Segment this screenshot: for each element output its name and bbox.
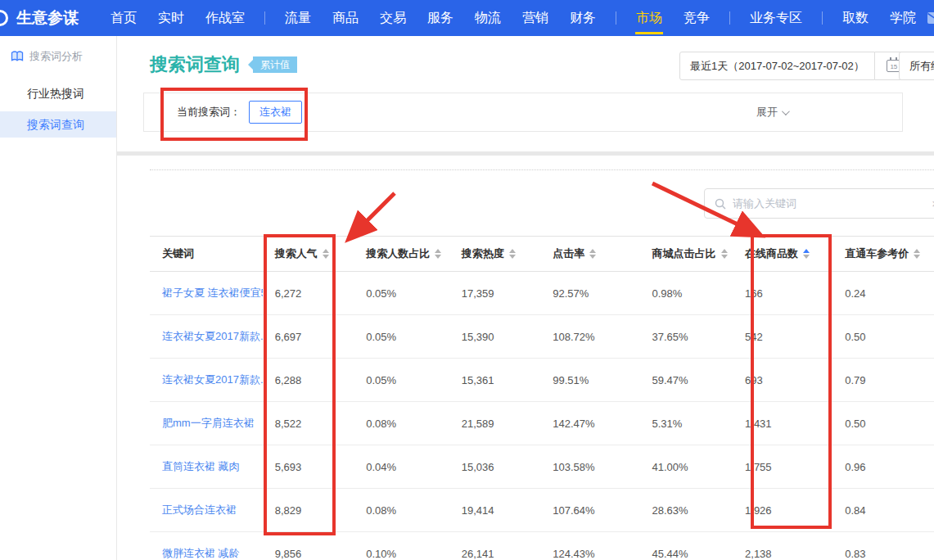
sort-icon[interactable] bbox=[721, 249, 728, 259]
cell-click-rate: 103.58% bbox=[540, 461, 639, 473]
nav-item-traffic[interactable]: 流量 bbox=[274, 0, 322, 36]
sort-icon-active-asc[interactable] bbox=[803, 249, 810, 259]
terminal-filter-dropdown[interactable]: 所有终端 bbox=[899, 52, 934, 80]
cell-search-popularity: 9,856 bbox=[263, 548, 354, 560]
sidebar: 搜索词分析 行业热搜词 搜索词查询 bbox=[0, 36, 117, 560]
page-header-section: 搜索词查询 累计值 最近1天（2017-07-02~2017-07-02） 15… bbox=[117, 36, 934, 151]
cell-online-products: 2,138 bbox=[733, 548, 832, 560]
main-area: 搜索词查询 累计值 最近1天（2017-07-02~2017-07-02） 15… bbox=[117, 36, 934, 560]
column-header-click-rate[interactable]: 点击率 bbox=[540, 246, 639, 261]
current-search-word-label: 当前搜索词： bbox=[177, 105, 241, 120]
page-title: 搜索词查询 bbox=[150, 52, 240, 77]
cumulative-value-badge: 累计值 bbox=[253, 56, 297, 73]
nav-item-marketing[interactable]: 营销 bbox=[512, 0, 559, 36]
filter-panel: 当前搜索词： 连衣裙 展开 bbox=[143, 93, 903, 132]
nav-item-trade[interactable]: 交易 bbox=[369, 0, 417, 36]
cell-search-popularity: 6,272 bbox=[263, 287, 354, 300]
keyword-link[interactable]: 连衣裙女夏2017新款... bbox=[150, 329, 263, 344]
nav-item-service[interactable]: 服务 bbox=[417, 0, 464, 36]
keyword-link[interactable]: 连衣裙女夏2017新款... bbox=[150, 373, 263, 387]
chevron-down-icon bbox=[782, 107, 790, 115]
sort-icon[interactable] bbox=[509, 249, 516, 259]
column-header-search-heat[interactable]: 搜索热度 bbox=[449, 246, 541, 261]
nav-item-finance[interactable]: 财务 bbox=[559, 0, 607, 36]
sidebar-item-industry-hot-words[interactable]: 行业热搜词 bbox=[0, 80, 116, 106]
cell-ztc-price: 0.79 bbox=[832, 374, 934, 386]
column-header-keyword: 关键词 bbox=[150, 246, 263, 261]
search-input[interactable] bbox=[733, 197, 925, 210]
nav-item-data-fetch[interactable]: 取数 bbox=[832, 0, 879, 36]
content-card: × 关键词 搜索人气 搜索人数占比 搜索热度 bbox=[117, 156, 934, 560]
cell-searcher-ratio: 0.05% bbox=[354, 374, 449, 386]
table-header-row: 关键词 搜索人气 搜索人数占比 搜索热度 点击率 bbox=[150, 236, 934, 272]
cell-search-heat: 21,589 bbox=[449, 418, 541, 430]
nav-item-logistics[interactable]: 物流 bbox=[464, 0, 512, 36]
keyword-link[interactable]: 肥mm一字肩连衣裙 bbox=[150, 416, 263, 431]
sort-icon[interactable] bbox=[914, 249, 920, 259]
cell-search-heat: 15,361 bbox=[449, 374, 541, 386]
cell-search-popularity: 8,522 bbox=[263, 418, 354, 430]
cell-mall-click-ratio: 59.47% bbox=[640, 374, 733, 386]
column-header-search-popularity[interactable]: 搜索人气 bbox=[263, 246, 354, 261]
cell-ztc-price: 0.50 bbox=[832, 331, 934, 343]
keyword-link[interactable]: 裙子女夏 连衣裙便宜5... bbox=[150, 286, 263, 300]
nav-item-market-active[interactable]: 市场 bbox=[625, 0, 673, 36]
sidebar-section-header: 搜索词分析 bbox=[0, 36, 116, 64]
cell-online-products: 1,431 bbox=[733, 418, 832, 430]
date-range-selector[interactable]: 最近1天（2017-07-02~2017-07-02） bbox=[679, 52, 875, 80]
column-header-online-products[interactable]: 在线商品数 bbox=[733, 246, 832, 261]
sort-icon[interactable] bbox=[589, 249, 596, 259]
nav-item-competition[interactable]: 竞争 bbox=[673, 0, 720, 36]
cell-ztc-price: 0.50 bbox=[832, 418, 934, 430]
sidebar-item-search-word-query[interactable]: 搜索词查询 bbox=[0, 111, 116, 138]
table-row: 直筒连衣裙 藏肉 5,693 0.04% 15,036 103.58% 41.0… bbox=[150, 445, 934, 489]
cell-search-heat: 17,359 bbox=[449, 287, 541, 300]
nav-divider bbox=[264, 11, 265, 25]
cell-mall-click-ratio: 45.44% bbox=[640, 548, 733, 560]
cell-searcher-ratio: 0.08% bbox=[354, 504, 449, 517]
column-header-mall-click-ratio[interactable]: 商城点击占比 bbox=[640, 246, 733, 261]
cell-searcher-ratio: 0.04% bbox=[354, 461, 449, 473]
sort-icon[interactable] bbox=[323, 249, 329, 259]
cell-online-products: 166 bbox=[733, 287, 832, 300]
terminal-filter-text: 所有终端 bbox=[909, 59, 934, 74]
mail-icon[interactable] bbox=[927, 11, 934, 25]
nav-divider bbox=[616, 11, 616, 25]
cell-search-popularity: 6,288 bbox=[263, 374, 354, 386]
keyword-link[interactable]: 微胖连衣裙 减龄 bbox=[150, 546, 263, 560]
cell-search-popularity: 8,829 bbox=[263, 504, 354, 517]
cell-search-popularity: 6,697 bbox=[263, 331, 354, 343]
nav-item-product[interactable]: 商品 bbox=[322, 0, 369, 36]
column-header-searcher-ratio[interactable]: 搜索人数占比 bbox=[354, 246, 449, 261]
cell-ztc-price: 0.83 bbox=[832, 548, 934, 560]
cell-searcher-ratio: 0.08% bbox=[354, 418, 449, 430]
cell-mall-click-ratio: 41.00% bbox=[640, 461, 733, 473]
expand-link[interactable]: 展开 bbox=[756, 105, 787, 120]
nav-item-academy[interactable]: 学院 bbox=[879, 0, 927, 36]
table-row: 正式场合连衣裙 8,829 0.08% 19,414 107.64% 28.63… bbox=[150, 489, 934, 532]
cell-click-rate: 107.64% bbox=[540, 504, 639, 517]
nav-item-realtime[interactable]: 实时 bbox=[147, 0, 195, 36]
cell-click-rate: 99.51% bbox=[540, 374, 639, 386]
sort-icon[interactable] bbox=[435, 249, 441, 259]
keyword-link[interactable]: 正式场合连衣裙 bbox=[150, 503, 263, 517]
logo-icon bbox=[0, 10, 8, 26]
cell-click-rate: 108.72% bbox=[540, 331, 639, 343]
table-row: 连衣裙女夏2017新款... 6,288 0.05% 15,361 99.51%… bbox=[150, 359, 934, 402]
nav-item-home[interactable]: 首页 bbox=[100, 0, 147, 36]
cell-search-heat: 19,414 bbox=[449, 504, 541, 517]
keyword-link[interactable]: 直筒连衣裙 藏肉 bbox=[150, 459, 263, 474]
keyword-search-box: × bbox=[704, 188, 934, 219]
search-word-table: 关键词 搜索人气 搜索人数占比 搜索热度 点击率 bbox=[150, 236, 934, 560]
cell-online-products: 542 bbox=[733, 331, 832, 343]
search-word-tag[interactable]: 连衣裙 bbox=[249, 101, 302, 124]
nav-item-warroom[interactable]: 作战室 bbox=[195, 0, 255, 36]
nav-item-business-zone[interactable]: 业务专区 bbox=[739, 0, 813, 36]
cell-mall-click-ratio: 37.65% bbox=[640, 331, 733, 343]
cell-ztc-price: 0.24 bbox=[832, 287, 934, 300]
nav-divider bbox=[822, 11, 823, 25]
column-header-ztc-reference-price[interactable]: 直通车参考价 bbox=[832, 246, 934, 261]
cell-search-heat: 15,036 bbox=[449, 461, 541, 473]
cell-mall-click-ratio: 5.31% bbox=[640, 418, 733, 430]
app-logo[interactable]: 生意参谋 bbox=[0, 7, 79, 29]
